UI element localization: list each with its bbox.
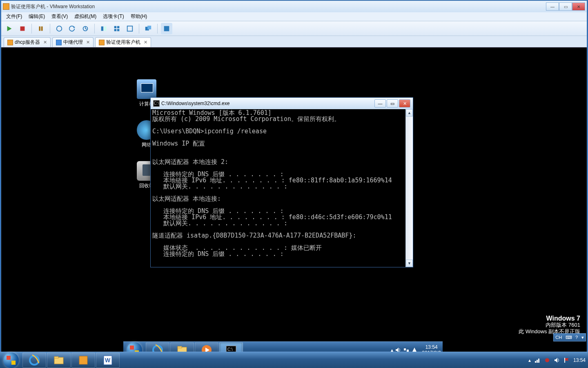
- scroll-up-icon[interactable]: ▲: [406, 109, 413, 117]
- minimize-button[interactable]: —: [546, 2, 559, 11]
- vmware-title: 验证使用客户机 - VMware Workstation: [11, 3, 546, 10]
- toolbar-power-on[interactable]: [4, 23, 15, 34]
- svg-rect-12: [117, 26, 119, 28]
- vmware-window: 验证使用客户机 - VMware Workstation — ▭ ✕ 文件(F)…: [1, 0, 587, 366]
- host-taskbar-ie[interactable]: [22, 352, 46, 368]
- cmd-scrollbar[interactable]: ▲ ▼: [405, 109, 413, 267]
- svg-rect-21: [178, 346, 182, 348]
- svg-rect-35: [535, 361, 536, 363]
- host-tray-action-icon[interactable]: [544, 357, 550, 364]
- guest-display[interactable]: 计算机 网络 回收站 C:\ C:\Windows\system32\cmd.e…: [1, 47, 587, 358]
- toolbar-unity[interactable]: [143, 23, 154, 34]
- cmd-title: C:\Windows\system32\cmd.exe: [161, 101, 374, 106]
- cmd-maximize-button[interactable]: ▭: [387, 99, 398, 108]
- menu-help[interactable]: 帮助(H): [127, 12, 151, 21]
- svg-rect-14: [117, 29, 119, 31]
- vm-icon: [56, 40, 62, 45]
- cmd-minimize-button[interactable]: —: [374, 99, 386, 108]
- toolbar-console-view[interactable]: [98, 23, 109, 34]
- menu-tabs[interactable]: 选项卡(T): [100, 12, 127, 21]
- svg-rect-27: [404, 348, 406, 350]
- svg-rect-28: [407, 350, 409, 352]
- host-tray-network-icon[interactable]: [534, 357, 541, 364]
- tab-relay-agent[interactable]: 中继代理✕: [52, 37, 94, 47]
- tab-label: 验证使用客户机: [106, 39, 140, 46]
- host-tray-show-hidden-icon[interactable]: ▴: [528, 357, 531, 363]
- toolbar-stretch[interactable]: [161, 23, 172, 34]
- vmware-menubar: 文件(F) 编辑(E) 查看(V) 虚拟机(M) 选项卡(T) 帮助(H): [1, 12, 587, 21]
- host-taskbar-word[interactable]: W: [96, 352, 120, 368]
- toolbar-sep: [31, 24, 32, 34]
- vmware-toolbar: [1, 21, 587, 36]
- cmd-close-button[interactable]: ✕: [399, 99, 410, 108]
- tab-close-icon[interactable]: ✕: [43, 40, 47, 45]
- windows-watermark: Windows 7 内部版本 7601 此 Windows 副本不是正版: [519, 315, 580, 335]
- host-taskbar-vmware[interactable]: [71, 352, 95, 368]
- menu-vm[interactable]: 虚拟机(M): [71, 12, 100, 21]
- language-bar[interactable]: CH ⌨ ? ▾: [553, 333, 586, 341]
- vmware-icon: [3, 3, 9, 10]
- cmd-window-controls: — ▭ ✕: [374, 99, 410, 108]
- toolbar-thumbnail-view[interactable]: [111, 23, 122, 34]
- watermark-line2: 内部版本 7601: [519, 322, 580, 328]
- svg-rect-36: [537, 360, 538, 363]
- maximize-button[interactable]: ▭: [559, 2, 572, 11]
- host-clock[interactable]: 13:54: [573, 357, 586, 363]
- cmd-window[interactable]: C:\ C:\Windows\system32\cmd.exe — ▭ ✕ Mi…: [150, 97, 413, 267]
- vm-icon: [7, 40, 13, 45]
- svg-rect-31: [54, 357, 58, 358]
- host-taskbar: W ▴ 13:54: [0, 352, 588, 368]
- svg-rect-9: [101, 26, 103, 31]
- host-tray-flag-icon[interactable]: [564, 357, 570, 364]
- watermark-line1: Windows 7: [519, 315, 580, 322]
- options-icon[interactable]: ▾: [581, 335, 584, 340]
- host-start-button[interactable]: [0, 352, 22, 368]
- keyboard-icon[interactable]: ⌨: [566, 335, 572, 340]
- host-tray: ▴ 13:54: [528, 357, 588, 364]
- tab-dhcp-server[interactable]: dhcp服务器✕: [4, 37, 51, 47]
- tab-close-icon[interactable]: ✕: [86, 40, 90, 45]
- menu-edit[interactable]: 编辑(E): [25, 12, 48, 21]
- cmd-body[interactable]: Microsoft Windows [版本 6.1.7601] 版权所有 (c)…: [151, 109, 413, 267]
- vm-icon: [99, 40, 105, 45]
- lang-indicator[interactable]: CH: [555, 335, 562, 340]
- svg-rect-2: [39, 26, 41, 31]
- svg-rect-32: [79, 356, 87, 364]
- cmd-output: Microsoft Windows [版本 6.1.7601] 版权所有 (c)…: [152, 110, 411, 257]
- toolbar-sep: [157, 24, 158, 34]
- tab-close-icon[interactable]: ✕: [144, 40, 147, 45]
- svg-marker-0: [7, 26, 12, 31]
- close-button[interactable]: ✕: [572, 2, 585, 11]
- svg-rect-10: [104, 26, 106, 31]
- toolbar-power-off[interactable]: [17, 23, 28, 34]
- toolbar-snapshot[interactable]: [53, 23, 65, 34]
- tab-verify-client[interactable]: 验证使用客户机✕: [95, 37, 151, 47]
- toolbar-suspend[interactable]: [35, 23, 47, 34]
- svg-rect-40: [564, 358, 565, 363]
- scroll-down-icon[interactable]: ▼: [406, 260, 413, 267]
- menu-file[interactable]: 文件(F): [3, 12, 25, 21]
- tab-label: dhcp服务器: [15, 39, 40, 46]
- toolbar-manage-snapshot[interactable]: [80, 23, 91, 34]
- vmware-tabbar: dhcp服务器✕ 中继代理✕ 验证使用客户机✕: [1, 36, 587, 47]
- cmd-titlebar[interactable]: C:\ C:\Windows\system32\cmd.exe — ▭ ✕: [151, 98, 413, 109]
- computer-icon: [137, 79, 156, 99]
- tab-label: 中继代理: [63, 39, 83, 46]
- toolbar-fullscreen[interactable]: [124, 23, 136, 34]
- svg-marker-39: [555, 358, 557, 363]
- svg-point-4: [57, 26, 62, 31]
- svg-rect-1: [20, 26, 25, 31]
- toolbar-revert[interactable]: [67, 23, 78, 34]
- toolbar-sep: [50, 24, 50, 34]
- host-tray-volume-icon[interactable]: [554, 357, 560, 364]
- help-icon[interactable]: ?: [575, 335, 578, 340]
- menu-view[interactable]: 查看(V): [48, 12, 71, 21]
- svg-marker-5: [73, 26, 75, 28]
- windows-orb-icon: [3, 352, 19, 368]
- vmware-titlebar[interactable]: 验证使用客户机 - VMware Workstation — ▭ ✕: [1, 1, 587, 12]
- svg-text:C:\: C:\: [227, 347, 233, 352]
- host-taskbar-explorer[interactable]: [47, 352, 71, 368]
- svg-rect-13: [114, 29, 116, 31]
- svg-rect-15: [127, 26, 133, 31]
- window-controls: — ▭ ✕: [546, 2, 585, 11]
